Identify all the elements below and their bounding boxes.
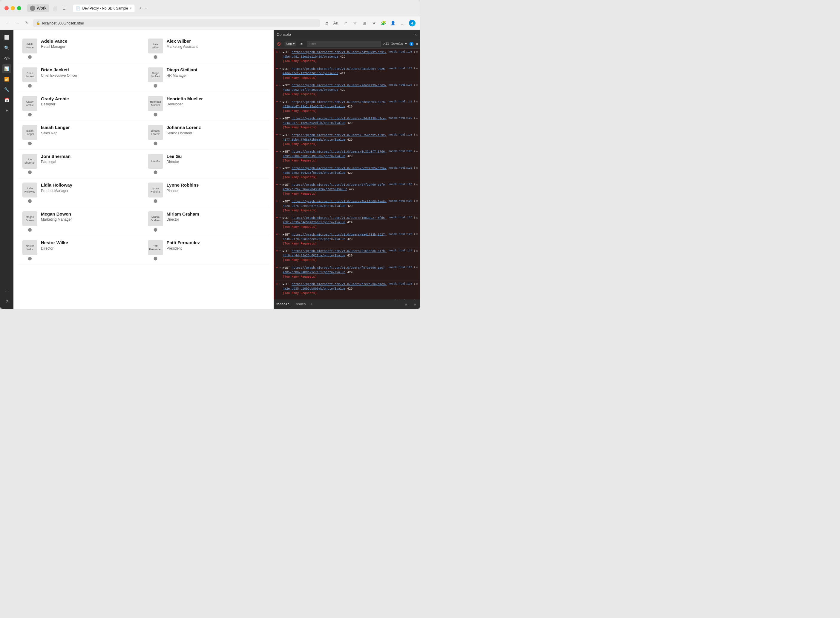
reader-icon[interactable]: Aa [332, 20, 339, 26]
url-link[interactable]: https://graph.microsoft.com/v1.0/users/0… [283, 150, 387, 158]
person-card[interactable]: Adele Vance Adele Vance Retail Manager [18, 34, 144, 63]
person-card[interactable]: Henrietta Mueller Henrietta Mueller Deve… [144, 92, 270, 121]
console-levels-selector[interactable]: All levels ▼ [383, 42, 407, 46]
copy-button[interactable]: ⊞ [416, 116, 418, 120]
url-link[interactable]: https://graph.microsoft.com/v1.0/users/2… [283, 67, 387, 75]
new-tab-button[interactable]: + [139, 6, 141, 10]
url-link[interactable]: https://graph.microsoft.com/v1.0/users/f… [283, 266, 387, 274]
console-settings-icon[interactable]: ⚙ [416, 42, 418, 46]
person-card[interactable]: Lidia Holloway Lidia Holloway Product Ma… [18, 178, 144, 208]
sidebar-item-debug[interactable]: </> [2, 54, 11, 63]
copy-button[interactable]: ⊞ [416, 83, 418, 86]
info-button[interactable]: ℹ [414, 83, 415, 86]
sidebar-item-calendar[interactable]: 📅 [2, 95, 11, 104]
url-link[interactable]: https://graph.microsoft.com/v1.0/users/8… [283, 183, 387, 191]
expand-icon[interactable]: ▶ [280, 166, 281, 169]
expand-icon[interactable]: ▶ [280, 266, 281, 268]
sidebar-item-search[interactable]: 🔍 [2, 43, 11, 52]
source-link[interactable]: nosdk.html:123 [388, 67, 412, 70]
console-eye-button[interactable]: 👁 [299, 41, 304, 46]
copy-button[interactable]: ⊞ [416, 282, 418, 285]
info-button[interactable]: ℹ [414, 150, 415, 153]
sidebar-item-tools[interactable]: 🔧 [2, 85, 11, 94]
favorites2-icon[interactable]: ★ [371, 20, 377, 26]
url-link[interactable]: https://graph.microsoft.com/v1.0/users/1… [283, 216, 387, 224]
info-button[interactable]: ℹ [414, 249, 415, 252]
source-link[interactable]: nosdk.html:123 [388, 199, 412, 202]
source-link[interactable]: nosdk.html:123 [388, 100, 412, 103]
expand-icon[interactable]: ▶ [280, 183, 281, 186]
copy-button[interactable]: ⊞ [416, 199, 418, 202]
url-link[interactable]: https://graph.microsoft.com/v1.0/users/d… [283, 166, 387, 175]
expand-icon[interactable]: ▶ [280, 282, 281, 285]
expand-icon[interactable]: ▶ [280, 117, 281, 119]
splitscreen-icon[interactable]: ⊞ [361, 20, 368, 26]
source-link[interactable]: nosdk.html:123 [388, 83, 412, 86]
tab-close-button[interactable]: × [130, 7, 132, 10]
extensions-icon[interactable]: 🧩 [380, 20, 387, 26]
person-card[interactable]: Miriam Graham Miriam Graham Director [144, 207, 270, 236]
console-action-2[interactable]: ⊟ [411, 301, 418, 308]
url-link[interactable]: https://graph.microsoft.com/v1.0/users/9… [283, 249, 387, 257]
url-link[interactable]: https://graph.microsoft.com/v1.0/users/e… [283, 233, 387, 241]
close-button[interactable] [4, 6, 9, 10]
person-card[interactable]: Lee Gu Lee Gu Director [144, 150, 270, 178]
collections-icon[interactable]: 🗂 [323, 20, 329, 26]
source-link[interactable]: nosdk.html:123 [388, 216, 412, 219]
expand-icon[interactable]: ▶ [280, 133, 281, 136]
info-button[interactable]: ℹ [414, 116, 415, 120]
expand-icon[interactable]: ▶ [280, 233, 281, 235]
url-link[interactable]: https://graph.microsoft.com/v1.0/users/6… [283, 100, 387, 108]
share-icon[interactable]: ↗ [342, 20, 349, 26]
info-button[interactable]: ℹ [414, 133, 415, 136]
copy-button[interactable]: ⊞ [416, 150, 418, 153]
copy-button[interactable]: ⊞ [416, 50, 418, 53]
minimize-button[interactable] [11, 6, 15, 10]
expand-icon[interactable]: ▶ [280, 51, 281, 53]
profile2-icon[interactable]: 👤 [390, 20, 396, 26]
info-button[interactable]: ℹ [414, 166, 415, 169]
sidebar-item-add[interactable]: + [2, 106, 11, 115]
sidebar-item-help[interactable]: ? [2, 297, 11, 306]
copy-button[interactable]: ⊞ [416, 216, 418, 219]
expand-icon[interactable]: ▶ [280, 67, 281, 70]
add-tab-button[interactable]: + [310, 302, 313, 306]
browser-tab[interactable]: 📄 Dev Proxy - No SDK Sample × [73, 4, 134, 12]
maximize-button[interactable] [17, 6, 21, 10]
favorites-icon[interactable]: ☆ [351, 20, 358, 26]
info-button[interactable]: ℹ [414, 216, 415, 219]
sidebar-item-wifi[interactable]: 📶 [2, 75, 11, 83]
profile-tab[interactable]: Work [27, 4, 49, 12]
expand-icon[interactable]: ▶ [280, 199, 281, 202]
source-link[interactable]: nosdk.html:123 [388, 249, 412, 252]
address-bar[interactable]: 🔒 localhost:3000/nosdk.html [33, 19, 320, 27]
source-link[interactable]: nosdk.html:123 [388, 166, 412, 169]
url-link[interactable]: https://graph.microsoft.com/v1.0/users/f… [283, 282, 387, 291]
person-card[interactable]: Diego Siciliani Diego Siciliani HR Manag… [144, 63, 270, 92]
more-icon[interactable]: … [399, 20, 406, 26]
copy-button[interactable]: ⊞ [416, 67, 418, 70]
copy-button[interactable]: ⊞ [416, 100, 418, 103]
person-card[interactable]: Alex Wilber Alex Wilber Marketing Assist… [144, 34, 270, 63]
console-top-selector[interactable]: top ▼ [285, 42, 296, 46]
console-action-1[interactable]: ⊞ [403, 301, 409, 308]
info-button[interactable]: ℹ [414, 199, 415, 202]
sidebar-item-files[interactable]: ⬜ [2, 33, 11, 42]
expand-icon[interactable]: ▶ [280, 100, 281, 103]
forward-button[interactable]: → [14, 20, 21, 26]
info-button[interactable]: ℹ [414, 265, 415, 269]
person-card[interactable]: Megan Bowen Megan Bowen Marketing Manage… [18, 207, 144, 236]
copy-button[interactable]: ⊞ [416, 166, 418, 169]
sidebar-icon[interactable]: ☰ [61, 5, 67, 11]
expand-icon[interactable]: ▶ [280, 249, 281, 252]
source-link[interactable]: nosdk.html:123 [388, 50, 412, 53]
source-link[interactable]: nosdk.html:123 [388, 133, 412, 136]
source-link[interactable]: nosdk.html:123 [388, 265, 412, 269]
source-link[interactable]: nosdk.html:123 [388, 150, 412, 153]
source-link[interactable]: nosdk.html:123 [388, 282, 412, 285]
person-card[interactable]: Brian Jackett Brian Jackett Chief Execut… [18, 63, 144, 92]
info-button[interactable]: ℹ [414, 183, 415, 186]
tab-issues[interactable]: Issues [294, 302, 306, 306]
person-card[interactable]: Grady Archie Grady Archie Designer [18, 92, 144, 121]
person-card[interactable]: Johann. Lorenz Johanna Lorenz Senior Eng… [144, 121, 270, 150]
